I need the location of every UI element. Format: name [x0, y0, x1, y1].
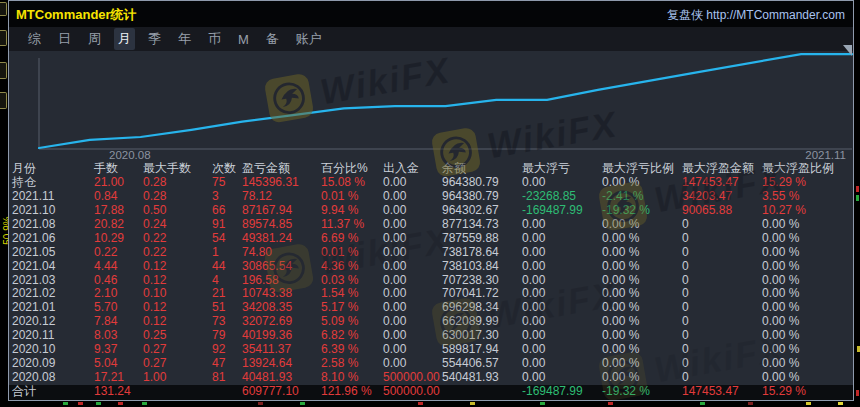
table-cell: 630017.30 [442, 329, 499, 343]
table-cell: 0.00 [522, 315, 545, 329]
table-cell: 0.00 [383, 287, 406, 301]
table-cell: 40199.36 [242, 329, 292, 343]
table-cell: -19.32 % [602, 385, 650, 399]
menu-item[interactable]: 账户 [292, 28, 326, 50]
table-cell: 74.80 [242, 246, 272, 260]
table-cell: 0.00 [383, 218, 406, 232]
corner-arrow-icon[interactable] [843, 45, 852, 56]
background-artifact [838, 402, 843, 405]
table-row[interactable]: 2021.030.460.124196.580.03 %0.00707238.3… [9, 274, 853, 288]
table-cell: 44 [212, 260, 225, 274]
table-cell: 0.00 % [762, 260, 799, 274]
table-cell: 0.00 % [602, 176, 639, 190]
table-cell: 0.00 [522, 246, 545, 260]
table-cell: 0.00 [522, 176, 545, 190]
table-cell: 47 [212, 357, 225, 371]
menu-item[interactable]: 月 [114, 28, 135, 50]
table-row[interactable]: 2020.127.840.127332072.695.09 %0.0066208… [9, 315, 853, 329]
table-row[interactable]: 2021.1017.880.506687167.949.94 %0.009643… [9, 204, 853, 218]
table-row[interactable]: 2020.109.370.279235411.376.39 %0.0058981… [9, 343, 853, 357]
table-cell: 73 [212, 315, 225, 329]
table-row[interactable]: 2021.044.440.124430865.544.36 %0.0073810… [9, 260, 853, 274]
menu-item[interactable]: 季 [144, 28, 165, 50]
table-cell: 145396.31 [242, 176, 299, 190]
table-cell: 500000.00 [383, 371, 440, 385]
side-button[interactable] [0, 92, 7, 109]
table-cell: 0.12 [143, 260, 166, 274]
table-cell: 2.58 % [321, 357, 358, 371]
table-cell: 0.00 [522, 274, 545, 288]
table-row[interactable]: 2021.0610.290.225449381.246.69 %0.007875… [9, 232, 853, 246]
table-row[interactable]: 2021.110.840.28378.120.01 %0.00964380.79… [9, 190, 853, 204]
table-cell: 2021.11 [12, 190, 55, 204]
table-cell: 0 [682, 274, 689, 288]
menu-item[interactable]: 周 [84, 28, 105, 50]
table-header-row[interactable]: 月份手数最大手数次数盈亏金额百分比%出入金余额最大浮亏最大浮亏比例最大浮盈金额最… [9, 162, 853, 176]
table-row[interactable]: 合计131.24609777.10121.96 %500000.00-16948… [9, 385, 853, 400]
table-cell: 2020.09 [12, 357, 55, 371]
table-cell: 0.00 % [762, 246, 799, 260]
table-cell: 0.00 [522, 357, 545, 371]
table-cell: 92 [212, 343, 225, 357]
background-artifact [142, 402, 147, 405]
table-cell: 738178.64 [442, 246, 499, 260]
background-artifact [700, 402, 705, 405]
table-row[interactable]: 2020.118.030.257940199.366.82 %0.0063001… [9, 329, 853, 343]
side-button[interactable] [0, 62, 7, 79]
table-cell: 0.00 [522, 232, 545, 246]
table-cell: 0.00 [522, 260, 545, 274]
menu-item[interactable]: 币 [204, 28, 225, 50]
table-cell: -2.41 % [602, 190, 643, 204]
table-cell: 0 [682, 343, 689, 357]
table-cell: 2021.08 [12, 218, 55, 232]
menu-item[interactable]: 备 [262, 28, 283, 50]
table-cell: 147453.47 [682, 176, 739, 190]
table-cell: 0.28 [143, 176, 166, 190]
side-button[interactable] [0, 30, 7, 46]
menu-bar: 综日周月季年币M备账户 [9, 27, 853, 51]
table-cell: 787559.88 [442, 232, 499, 246]
table-row[interactable]: 2020.0817.211.008140481.938.10 %500000.0… [9, 371, 853, 385]
title-bar: MTCommander统计 复盘侠 http://MTCommander.com [9, 1, 853, 27]
table-cell: 0.00 % [762, 315, 799, 329]
equity-chart [9, 51, 853, 161]
table-cell: 87167.94 [242, 204, 292, 218]
table-cell: 4.44 [94, 260, 117, 274]
menu-item[interactable]: 年 [174, 28, 195, 50]
table-cell: 8.10 % [321, 371, 358, 385]
table-cell: 0.00 [383, 246, 406, 260]
table-cell: 707238.30 [442, 274, 499, 288]
background-artifact [806, 402, 811, 405]
menu-item[interactable]: M [234, 30, 253, 49]
table-cell: 9.37 [94, 343, 117, 357]
table-cell: 0.01 % [321, 246, 358, 260]
table-cell: 0.00 % [762, 371, 799, 385]
table-cell: 32072.69 [242, 315, 292, 329]
table-cell: 6.82 % [321, 329, 358, 343]
table-row[interactable]: 2021.015.700.125134208.355.17 %0.0069629… [9, 301, 853, 315]
table-cell: 0 [682, 232, 689, 246]
table-cell: 4 [212, 274, 219, 288]
table-cell: 0.50 [143, 204, 166, 218]
table-cell: 91 [212, 218, 225, 232]
brand-link[interactable]: 复盘侠 http://MTCommander.com [667, 7, 845, 24]
table-cell: 540481.93 [442, 371, 499, 385]
table-cell: 0.00 % [602, 260, 639, 274]
side-button[interactable] [0, 2, 7, 16]
table-cell: 121.96 % [321, 385, 372, 399]
table-cell: 0.00 % [762, 301, 799, 315]
table-cell: 2020.11 [12, 329, 55, 343]
table-cell: 34203.47 [682, 190, 732, 204]
table-cell: 0.00 % [762, 218, 799, 232]
table-row[interactable]: 2021.022.100.102110743.381.54 %0.0070704… [9, 287, 853, 301]
table-cell: 8.03 [94, 329, 117, 343]
table-row[interactable]: 2020.095.040.274713924.642.58 %0.0055440… [9, 357, 853, 371]
table-cell: 0.03 % [321, 274, 358, 288]
table-row[interactable]: 2021.0820.820.249189574.8511.37 %0.00877… [9, 218, 853, 232]
menu-item[interactable]: 日 [54, 28, 75, 50]
table-cell: 0.46 [94, 274, 117, 288]
table-cell: 0.22 [94, 246, 117, 260]
table-row[interactable]: 2021.050.220.22174.800.01 %0.00738178.64… [9, 246, 853, 260]
menu-item[interactable]: 综 [24, 28, 45, 50]
table-row[interactable]: 持仓21.000.2875145396.3115.08 %0.00964380.… [9, 176, 853, 190]
